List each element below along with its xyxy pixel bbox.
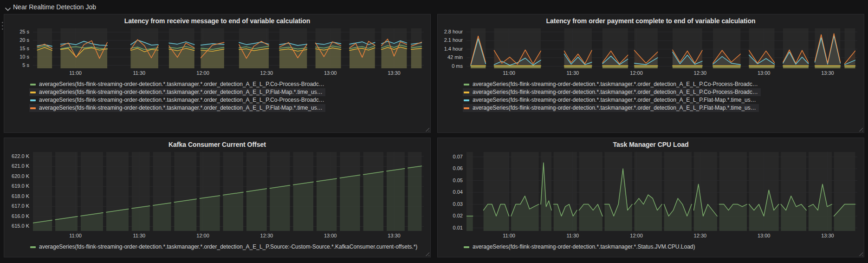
y-tick-label: 617.0 K xyxy=(4,203,29,209)
legend-item[interactable]: averageSeries(fds-flink-streaming-order-… xyxy=(29,80,327,88)
y-tick-label: 42 min xyxy=(438,54,463,60)
y-tick-label: 0 ms xyxy=(438,63,463,69)
y-tick-label: 25 s xyxy=(4,29,29,34)
legend-item[interactable]: averageSeries(fds-flink-streaming-order-… xyxy=(29,104,325,112)
legend: averageSeries(fds-flink-streaming-order-… xyxy=(463,243,859,251)
y-tick-label: 0.06 xyxy=(438,165,463,171)
y-tick-label: 0.01 xyxy=(438,225,463,230)
series-color-swatch xyxy=(464,92,469,93)
y-tick-label: 0.02 xyxy=(438,213,463,218)
y-axis: 622.0 K621.0 K620.0 K619.0 K618.0 K617.0… xyxy=(4,150,29,240)
x-tick-label: 12:00 xyxy=(196,70,209,76)
x-tick-label: 12:00 xyxy=(630,233,643,238)
y-tick-label: 621.0 K xyxy=(4,163,29,169)
x-tick-label: 11:30 xyxy=(566,233,579,238)
panel-latency-order-payment: Latency from order payment complete to e… xyxy=(437,14,864,133)
legend-label: averageSeries(fds-flink-streaming-order-… xyxy=(39,89,323,96)
y-tick-label: 615.0 K xyxy=(4,223,29,229)
panel-resize-handle[interactable] xyxy=(425,127,429,132)
chart-plot: 11:0011:3012:0012:3013:0013:30 xyxy=(466,28,857,68)
legend-item[interactable]: averageSeries(fds-flink-streaming-order-… xyxy=(29,96,327,104)
panel-title[interactable]: Latency from order payment complete to e… xyxy=(438,14,864,26)
y-tick-label: 15 s xyxy=(4,46,29,51)
chevron-down-icon xyxy=(5,5,11,9)
x-tick-label: 12:00 xyxy=(630,70,643,76)
legend-label: averageSeries(fds-flink-streaming-order-… xyxy=(473,81,758,88)
y-tick-label: 2.8 hour xyxy=(438,29,463,34)
y-tick-label: 20 s xyxy=(4,37,29,43)
dashboard-grid: Latency from receive message to end of v… xyxy=(4,14,864,257)
panel-title[interactable]: Task Manager CPU Load xyxy=(438,138,864,150)
x-tick-label: 11:00 xyxy=(503,233,515,238)
y-tick-label: 618.0 K xyxy=(4,193,29,199)
x-tick-label: 12:30 xyxy=(260,233,273,238)
legend-label: averageSeries(fds-flink-streaming-order-… xyxy=(473,89,758,96)
x-tick-label: 11:30 xyxy=(133,70,145,76)
y-tick-label: 616.0 K xyxy=(4,213,29,219)
y-axis: 2.8 hour2.1 hour1.4 hour42 min0 ms xyxy=(438,26,463,78)
x-tick-label: 11:30 xyxy=(566,70,579,76)
panel-latency-receive: Latency from receive message to end of v… xyxy=(4,14,431,133)
x-tick-label: 12:30 xyxy=(694,233,707,238)
panel-title[interactable]: Kafka Consumer Current Offset xyxy=(4,138,430,150)
legend-item[interactable]: averageSeries(fds-flink-streaming-order-… xyxy=(463,243,698,251)
y-tick-label: 622.0 K xyxy=(4,153,29,159)
x-tick-label: 13:00 xyxy=(758,233,771,238)
series-color-swatch xyxy=(30,84,36,85)
x-tick-label: 13:30 xyxy=(821,233,834,238)
panel-cpu-load: Task Manager CPU Load 0.070.060.050.040.… xyxy=(437,138,864,257)
x-tick-label: 13:00 xyxy=(324,70,337,76)
legend-label: averageSeries(fds-flink-streaming-order-… xyxy=(39,81,324,88)
legend-label: averageSeries(fds-flink-streaming-order-… xyxy=(473,243,695,250)
y-tick-label: 1.4 hour xyxy=(438,46,463,52)
x-tick-label: 11:00 xyxy=(503,70,515,76)
panel-resize-handle[interactable] xyxy=(425,251,429,256)
series-color-swatch xyxy=(30,92,36,93)
x-tick-label: 12:30 xyxy=(694,70,707,76)
legend-item[interactable]: averageSeries(fds-flink-streaming-order-… xyxy=(463,96,759,104)
legend: averageSeries(fds-flink-streaming-order-… xyxy=(29,243,426,251)
x-tick-label: 11:30 xyxy=(133,233,145,238)
legend-item[interactable]: averageSeries(fds-flink-streaming-order-… xyxy=(463,88,761,96)
legend-label: averageSeries(fds-flink-streaming-order-… xyxy=(473,105,756,112)
legend-label: averageSeries(fds-flink-streaming-order-… xyxy=(473,97,756,104)
series-color-swatch xyxy=(30,107,36,109)
panel-title[interactable]: Latency from receive message to end of v… xyxy=(4,14,430,26)
panel-resize-handle[interactable] xyxy=(858,127,863,132)
y-tick-label: 10 s xyxy=(4,54,29,59)
chart-plot: 11:0011:3012:0012:3013:0013:30 xyxy=(33,152,424,231)
y-tick-label: 0.05 xyxy=(438,178,463,183)
x-tick-label: 11:00 xyxy=(69,70,82,76)
legend-item[interactable]: averageSeries(fds-flink-streaming-order-… xyxy=(29,88,325,96)
series-color-swatch xyxy=(30,246,36,248)
y-axis: 25 s20 s15 s10 s5 s xyxy=(4,26,29,78)
x-tick-label: 12:00 xyxy=(196,233,209,238)
chart-plot: 11:0011:3012:0012:3013:0013:30 xyxy=(33,28,424,68)
legend-item[interactable]: averageSeries(fds-flink-streaming-order-… xyxy=(463,80,761,88)
panel-resize-handle[interactable] xyxy=(858,251,863,256)
y-tick-label: 0.07 xyxy=(438,154,463,159)
y-tick-label: 619.0 K xyxy=(4,183,29,189)
legend-label: averageSeries(fds-flink-streaming-order-… xyxy=(39,243,417,250)
series-color-swatch xyxy=(464,246,469,248)
legend: averageSeries(fds-flink-streaming-order-… xyxy=(463,80,859,112)
dashboard-row-header[interactable]: Near Realtime Detection Job xyxy=(0,0,868,14)
x-tick-label: 11:00 xyxy=(69,233,82,238)
y-tick-label: 620.0 K xyxy=(4,173,29,179)
x-tick-label: 13:00 xyxy=(758,70,771,76)
legend-label: averageSeries(fds-flink-streaming-order-… xyxy=(39,97,324,104)
y-tick-label: 0.04 xyxy=(438,189,463,195)
y-tick-label: 5 s xyxy=(4,62,29,68)
x-tick-label: 13:00 xyxy=(324,233,337,238)
series-color-swatch xyxy=(464,99,469,101)
legend-item[interactable]: averageSeries(fds-flink-streaming-order-… xyxy=(29,243,420,251)
x-tick-label: 12:30 xyxy=(260,70,273,76)
y-axis: 0.070.060.050.040.030.020.01 xyxy=(438,150,463,240)
x-tick-label: 13:30 xyxy=(388,70,401,76)
legend-item[interactable]: averageSeries(fds-flink-streaming-order-… xyxy=(463,104,759,112)
y-tick-label: 0.03 xyxy=(438,201,463,207)
legend: averageSeries(fds-flink-streaming-order-… xyxy=(29,80,426,112)
panel-kafka-offset: Kafka Consumer Current Offset 622.0 K621… xyxy=(4,138,431,257)
series-color-swatch xyxy=(464,107,469,109)
x-tick-label: 13:30 xyxy=(388,233,401,238)
